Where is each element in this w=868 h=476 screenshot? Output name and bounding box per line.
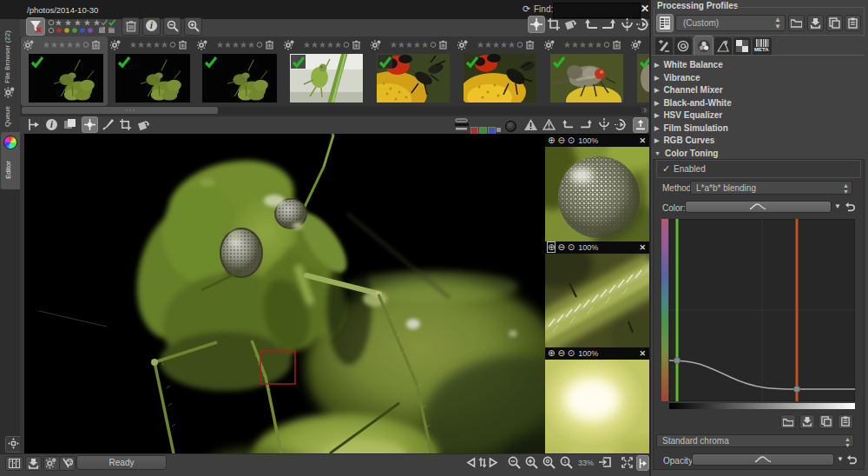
svg-text:1: 1	[563, 459, 567, 464]
